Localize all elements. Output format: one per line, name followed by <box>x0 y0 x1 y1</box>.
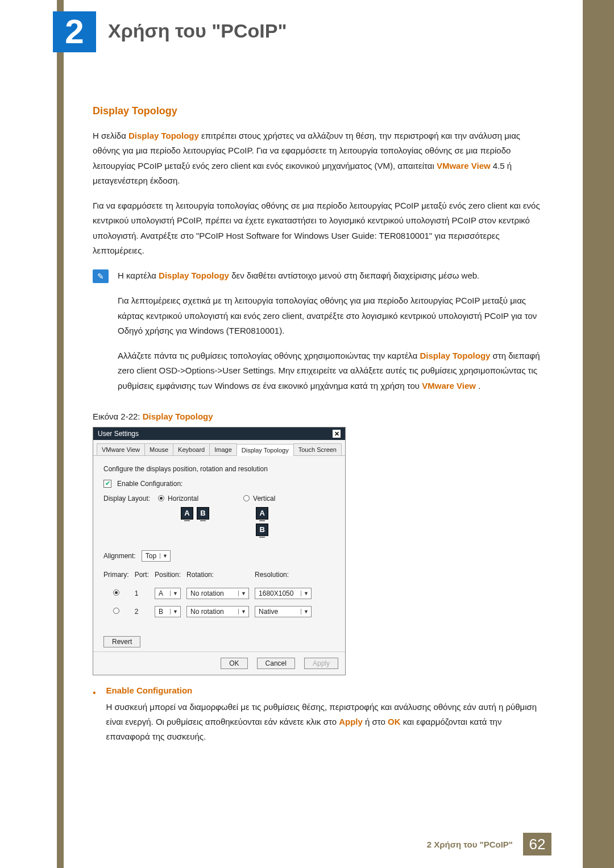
rotation-value: No rotation <box>187 589 238 597</box>
table-row: 2 B▼ No rotation▼ Native▼ <box>103 603 317 621</box>
emphasis-display-topology: Display Topology <box>159 271 229 280</box>
tab-image[interactable]: Image <box>209 443 237 455</box>
tab-display-topology[interactable]: Display Topology <box>237 444 294 456</box>
layout-horizontal-radio[interactable] <box>158 495 164 501</box>
position-value: A <box>155 589 170 597</box>
col-port: Port: <box>135 568 155 584</box>
emphasis-display-topology: Display Topology <box>128 131 199 140</box>
paragraph-2: Για να εφαρμόσετε τη λειτουργία τοπολογί… <box>93 198 547 258</box>
right-accent-bar <box>583 0 614 868</box>
layout-vertical-label: Vertical <box>253 495 275 502</box>
bullet-heading: Enable Configuration <box>106 686 547 695</box>
dialog-title: User Settings <box>98 430 139 438</box>
tab-vmware-view[interactable]: VMware View <box>97 443 145 455</box>
table-row: 1 A▼ No rotation▼ 1680X1050▼ <box>103 584 317 603</box>
position-select-1[interactable]: A▼ <box>155 588 181 599</box>
chevron-down-icon: ▼ <box>170 609 180 614</box>
figure-caption: Εικόνα 2-22: Display Topology <box>93 412 547 421</box>
col-primary: Primary: <box>103 568 135 584</box>
left-accent-bar <box>57 0 64 868</box>
resolution-select-1[interactable]: 1680X1050▼ <box>255 588 312 599</box>
display-layout-label: Display Layout: <box>103 495 150 502</box>
dialog-tabs: VMware View Mouse Keyboard Image Display… <box>93 440 345 456</box>
col-position: Position: <box>155 568 186 584</box>
page-number: 62 <box>523 833 551 855</box>
text: Η καρτέλα <box>118 271 159 280</box>
layout-horizontal-label: Horizontal <box>168 495 198 502</box>
layout-vertical-radio[interactable] <box>243 495 250 501</box>
col-resolution: Resolution: <box>255 568 317 584</box>
figure-caption-prefix: Εικόνα 2-22: <box>93 412 143 421</box>
primary-radio-1[interactable] <box>113 589 119 596</box>
tab-mouse[interactable]: Mouse <box>144 443 173 455</box>
ok-button[interactable]: OK <box>221 658 247 669</box>
alignment-select[interactable]: Top ▼ <box>142 550 171 562</box>
emphasis-display-topology: Display Topology <box>420 351 490 360</box>
emphasis-apply: Apply <box>339 717 363 726</box>
resolution-value: 1680X1050 <box>255 589 301 597</box>
alignment-label: Alignment: <box>103 552 136 560</box>
footer-chapter-text: 2 Χρήση του "PCoIP" <box>427 840 513 849</box>
resolution-select-2[interactable]: Native▼ <box>255 606 312 617</box>
monitor-b-icon: B <box>197 507 209 520</box>
bullet-icon: • <box>93 686 96 755</box>
position-value: B <box>155 608 170 616</box>
note-paragraph-2: Για λεπτομέρειες σχετικά με τη λειτουργί… <box>118 293 547 338</box>
chevron-down-icon: ▼ <box>160 553 170 559</box>
chevron-down-icon: ▼ <box>238 609 248 614</box>
alignment-value: Top <box>142 552 160 560</box>
port-value: 1 <box>135 584 155 603</box>
text: δεν διαθέτει αντίστοιχο μενού στη διεπαφ… <box>231 271 479 280</box>
chapter-number-badge: 2 <box>53 11 96 52</box>
rotation-select-2[interactable]: No rotation▼ <box>186 606 249 617</box>
note-paragraph-3: Αλλάζετε πάντα τις ρυθμίσεις τοπολογίας … <box>118 348 547 393</box>
enable-configuration-checkbox[interactable]: ✔ <box>103 480 111 488</box>
section-heading: Display Topology <box>93 105 547 117</box>
text: Αλλάζετε πάντα τις ρυθμίσεις τοπολογίας … <box>118 351 420 360</box>
port-value: 2 <box>135 603 155 621</box>
enable-configuration-label: Enable Configuration: <box>117 480 182 488</box>
tab-keyboard[interactable]: Keyboard <box>173 443 210 455</box>
note-paragraph-1: Η καρτέλα Display Topology δεν διαθέτει … <box>118 268 547 283</box>
apply-button[interactable]: Apply <box>304 658 338 669</box>
rotation-value: No rotation <box>187 608 238 616</box>
monitor-a-icon: A <box>181 507 193 520</box>
revert-button[interactable]: Revert <box>103 636 140 647</box>
monitor-a-icon: A <box>256 507 268 520</box>
dialog-instruction: Configure the displays position, rotatio… <box>103 465 335 473</box>
paragraph-1: Η σελίδα Display Topology επιτρέπει στου… <box>93 128 547 188</box>
primary-radio-2[interactable] <box>113 608 119 614</box>
emphasis-ok: OK <box>388 717 401 726</box>
tab-touch-screen[interactable]: Touch Screen <box>293 443 342 455</box>
user-settings-dialog: User Settings ✕ VMware View Mouse Keyboa… <box>93 427 346 675</box>
text: Η σελίδα <box>93 131 128 140</box>
emphasis-vmware-view: VMware View <box>437 161 491 171</box>
figure-caption-name: Display Topology <box>143 412 213 421</box>
chevron-down-icon: ▼ <box>238 591 248 596</box>
chevron-down-icon: ▼ <box>301 591 311 596</box>
text: . <box>478 381 480 391</box>
position-select-2[interactable]: B▼ <box>155 606 181 617</box>
chevron-down-icon: ▼ <box>301 609 311 614</box>
col-rotation: Rotation: <box>186 568 255 584</box>
monitor-b-icon: B <box>256 524 268 536</box>
resolution-value: Native <box>255 608 301 616</box>
chevron-down-icon: ▼ <box>170 591 180 596</box>
display-table: Primary: Port: Position: Rotation: Resol… <box>103 568 317 621</box>
close-icon[interactable]: ✕ <box>333 430 341 438</box>
note-icon <box>93 269 109 283</box>
cancel-button[interactable]: Cancel <box>257 658 295 669</box>
bullet-paragraph: Η συσκευή μπορεί να διαμορφωθεί με τις ρ… <box>106 700 547 745</box>
rotation-select-1[interactable]: No rotation▼ <box>186 588 249 599</box>
chapter-title: Χρήση του "PCoIP" <box>108 20 287 42</box>
emphasis-vmware-view: VMware View <box>422 381 476 391</box>
text: ή στο <box>365 717 388 726</box>
